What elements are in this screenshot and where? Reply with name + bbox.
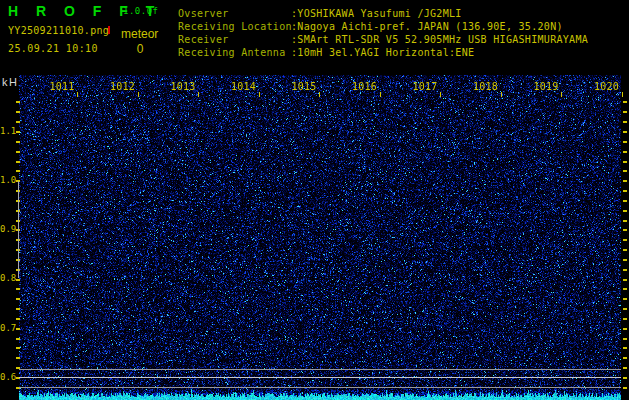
level-marker-icon <box>108 26 110 34</box>
axis-tick <box>623 377 627 379</box>
output-filename: YY2509211010.png <box>8 25 109 36</box>
station-value: :YOSHIKAWA Yasufumi /JG2MLI <box>291 7 462 20</box>
station-value: :Nagoya Aichi-pref. JAPAN (136.90E, 35.2… <box>291 20 563 33</box>
axis-tick <box>77 92 78 97</box>
station-value: :10mH 3el.YAGI Horizontal:ENE <box>291 46 474 59</box>
axis-tick <box>16 357 20 359</box>
station-label: Ovserver <box>178 7 291 20</box>
axis-tick <box>623 141 627 143</box>
station-label: Receiving Antenna <box>178 46 291 59</box>
axis-tick <box>16 328 20 330</box>
axis-tick <box>623 111 627 113</box>
freq-axis-label: 0.6 <box>0 371 15 383</box>
axis-tick <box>561 92 562 97</box>
axis-tick <box>138 92 139 97</box>
axis-tick <box>623 229 627 231</box>
axis-tick <box>623 367 627 369</box>
app-version: 1.0.0f <box>123 6 159 16</box>
axis-tick <box>16 161 20 163</box>
axis-tick <box>623 220 627 222</box>
axis-tick <box>16 308 20 310</box>
station-row-observer: Ovserver :YOSHIKAWA Yasufumi /JG2MLI <box>178 7 588 20</box>
spectrogram-canvas <box>19 75 621 400</box>
axis-tick <box>16 131 20 133</box>
axis-tick <box>623 308 627 310</box>
axis-tick <box>16 141 20 143</box>
time-axis-label: 1020 <box>594 81 619 92</box>
axis-tick <box>623 279 627 281</box>
axis-tick <box>16 288 20 290</box>
time-axis-label: 1017 <box>413 81 438 92</box>
axis-tick <box>623 338 627 340</box>
axis-tick <box>623 298 627 300</box>
axis-tick <box>319 92 320 97</box>
axis-tick <box>623 328 627 330</box>
axis-tick <box>622 92 623 97</box>
axis-tick <box>259 92 260 97</box>
axis-tick <box>623 101 627 103</box>
axis-tick <box>623 357 627 359</box>
axis-tick <box>623 121 627 123</box>
time-axis-label: 1018 <box>473 81 498 92</box>
echo-count: 0 <box>130 42 150 56</box>
freq-axis-label: 1.1 <box>0 125 15 137</box>
axis-tick <box>623 151 627 153</box>
axis-tick <box>623 210 627 212</box>
station-row-receiver: Receiver :SMArt RTL-SDR V5 52.905MHz USB… <box>178 33 588 46</box>
axis-tick <box>440 92 441 97</box>
axis-tick <box>16 151 20 153</box>
mode-label: meteor <box>121 27 158 41</box>
axis-tick <box>16 111 20 113</box>
freq-axis-label: 1.0 <box>0 174 15 186</box>
station-row-antenna: Receiving Antenna :10mH 3el.YAGI Horizon… <box>178 46 588 59</box>
axis-tick <box>501 92 502 97</box>
time-axis-label: 1016 <box>352 81 377 92</box>
axis-tick <box>16 338 20 340</box>
axis-tick <box>623 170 627 172</box>
freq-axis-label: 0.9 <box>0 223 15 235</box>
reference-line-lower <box>19 387 621 388</box>
left-edge-marker-line <box>18 181 19 278</box>
time-axis-label: 1019 <box>534 81 559 92</box>
station-label: Receiver <box>178 33 291 46</box>
axis-tick <box>623 190 627 192</box>
reference-line-middle <box>19 377 621 378</box>
station-info: Ovserver :YOSHIKAWA Yasufumi /JG2MLI Rec… <box>178 7 588 59</box>
axis-tick <box>623 288 627 290</box>
axis-tick <box>623 200 627 202</box>
hrofft-window: H R O F F T 1.0.0f YY2509211010.png mete… <box>0 0 629 400</box>
axis-tick <box>623 249 627 251</box>
axis-tick <box>16 279 20 281</box>
date-time: 25.09.21 10:10 <box>8 43 98 54</box>
station-value: :SMArt RTL-SDR V5 52.905MHz USB HIGASHIM… <box>291 33 588 46</box>
axis-tick <box>16 318 20 320</box>
axis-tick <box>623 269 627 271</box>
axis-tick <box>16 121 20 123</box>
station-row-location: Receiving Location :Nagoya Aichi-pref. J… <box>178 20 588 33</box>
time-axis-label: 1013 <box>171 81 196 92</box>
axis-tick <box>16 347 20 349</box>
axis-tick <box>623 239 627 241</box>
axis-tick <box>623 387 627 389</box>
axis-tick <box>198 92 199 97</box>
time-axis-label: 1012 <box>110 81 135 92</box>
axis-tick <box>380 92 381 97</box>
axis-tick <box>16 101 20 103</box>
time-axis-label: 1015 <box>292 81 317 92</box>
freq-axis-label: 0.7 <box>0 322 15 334</box>
reference-line-upper <box>19 369 621 370</box>
axis-tick <box>623 180 627 182</box>
axis-tick <box>623 259 627 261</box>
axis-tick <box>16 170 20 172</box>
axis-tick <box>623 161 627 163</box>
axis-tick <box>623 347 627 349</box>
time-axis-label: 1011 <box>50 81 75 92</box>
axis-tick <box>623 318 627 320</box>
axis-tick <box>623 131 627 133</box>
axis-tick <box>16 298 20 300</box>
time-axis-label: 1014 <box>231 81 256 92</box>
freq-axis-label: 0.8 <box>0 272 15 284</box>
station-label: Receiving Location <box>178 20 291 33</box>
